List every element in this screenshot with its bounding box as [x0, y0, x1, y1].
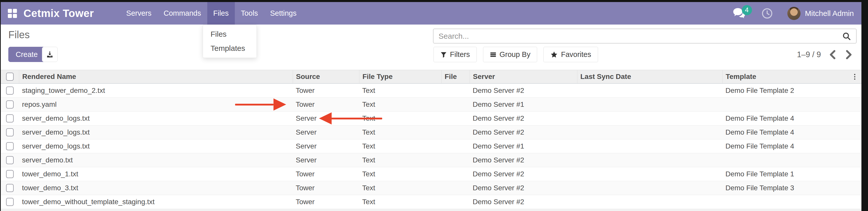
table-row[interactable]: server_demo_logs.txt Server Text Demo Se…	[1, 112, 861, 125]
dropdown-item-templates[interactable]: Templates	[203, 41, 256, 55]
cell-source: Server	[293, 125, 359, 139]
row-checkbox[interactable]	[6, 198, 14, 206]
app-brand[interactable]: Cetmix Tower	[24, 7, 94, 20]
cell-source: Tower	[293, 84, 359, 97]
user-avatar[interactable]	[787, 7, 801, 20]
cell-server: Demo Server #2	[470, 153, 577, 167]
bars-icon	[490, 51, 496, 58]
row-checkbox[interactable]	[6, 128, 14, 137]
column-header-file-type[interactable]: File Type	[359, 70, 441, 83]
menu-item-settings[interactable]: Settings	[264, 2, 303, 25]
cell-server: Demo Server #1	[470, 140, 577, 153]
row-checkbox[interactable]	[6, 170, 14, 178]
search-icon[interactable]	[842, 32, 851, 41]
cell-last-sync-date	[577, 112, 722, 125]
cell-source: Server	[293, 153, 359, 167]
control-panel: Files Create Filters	[1, 25, 861, 70]
group-by-button[interactable]: Group By	[483, 47, 537, 62]
row-checkbox[interactable]	[6, 142, 14, 150]
row-checkbox[interactable]	[6, 184, 14, 192]
pager-next-button[interactable]	[844, 49, 853, 60]
table-row[interactable]: tower_demo_1.txt Tower Text Demo Server …	[1, 167, 861, 181]
filters-button[interactable]: Filters	[433, 47, 477, 62]
cell-last-sync-date	[577, 167, 722, 181]
menu-item-files[interactable]: Files	[207, 2, 235, 25]
activities-button[interactable]	[762, 8, 773, 19]
select-all-checkbox[interactable]	[6, 72, 14, 81]
table-row[interactable]: staging_tower_demo_2.txt Tower Text Demo…	[1, 84, 861, 98]
funnel-icon	[440, 51, 447, 58]
pager: 1–9 / 9	[797, 47, 853, 62]
cell-file-type: Text	[359, 167, 441, 181]
row-checkbox[interactable]	[6, 87, 14, 95]
chevron-right-icon	[845, 50, 852, 59]
cell-file	[441, 112, 470, 125]
cell-server: Demo Server #2	[470, 125, 577, 139]
column-header-rendered-name[interactable]: Rendered Name	[19, 70, 293, 83]
page-title: Files	[8, 29, 30, 40]
row-checkbox[interactable]	[6, 114, 14, 122]
cell-template	[722, 98, 861, 111]
cell-file	[441, 98, 470, 111]
cell-server: Demo Server #2	[470, 167, 577, 181]
table-header-row: Rendered Name Source File Type File Serv…	[1, 70, 861, 84]
cell-server: Demo Server #2	[470, 195, 577, 209]
chevron-left-icon	[829, 50, 836, 59]
table-row[interactable]: server_demo.txt Server Text Demo Server …	[1, 153, 861, 167]
cell-template: Demo File Template 4	[722, 112, 861, 125]
apps-grid-icon[interactable]	[8, 9, 17, 18]
table-row[interactable]: tower_demo_without_template_staging.txt …	[1, 195, 861, 209]
table-body: staging_tower_demo_2.txt Tower Text Demo…	[1, 84, 861, 209]
cell-last-sync-date	[577, 195, 722, 209]
cell-file-type: Text	[359, 195, 441, 209]
cell-file-type: Text	[359, 181, 441, 195]
messages-button[interactable]: 4	[732, 7, 746, 20]
table-row[interactable]: tower_demo_3.txt Tower Text Demo Server …	[1, 181, 861, 195]
optional-columns-button[interactable]	[850, 70, 859, 84]
cell-last-sync-date	[577, 84, 722, 97]
row-select-cell	[1, 112, 19, 125]
user-menu[interactable]: Mitchell Admin	[805, 9, 854, 18]
row-select-cell	[1, 181, 19, 195]
window-right-edge	[861, 0, 868, 211]
column-header-server[interactable]: Server	[470, 70, 577, 83]
row-select-cell	[1, 167, 19, 181]
column-header-source[interactable]: Source	[293, 70, 359, 83]
cell-last-sync-date	[577, 140, 722, 153]
menu-item-servers[interactable]: Servers	[120, 2, 157, 25]
row-select-cell	[1, 125, 19, 139]
cell-template	[722, 195, 861, 209]
export-button[interactable]	[42, 47, 58, 62]
pager-previous-button[interactable]	[828, 49, 837, 60]
top-navbar: Cetmix Tower Servers Commands Files Tool…	[1, 2, 861, 25]
column-header-file[interactable]: File	[441, 70, 470, 83]
row-checkbox[interactable]	[6, 100, 14, 109]
cell-template	[722, 153, 861, 167]
column-header-template[interactable]: Template	[722, 70, 861, 83]
cell-file	[441, 153, 470, 167]
cell-source: Tower	[293, 181, 359, 195]
annotation-arrow-left-head	[319, 112, 332, 124]
cell-rendered-name: server_demo_logs.txt	[19, 125, 293, 139]
favorites-button[interactable]: Favorites	[544, 47, 598, 62]
dropdown-item-files[interactable]: Files	[203, 27, 256, 41]
table-row[interactable]: server_demo_logs.txt Server Text Demo Se…	[1, 140, 861, 153]
menu-item-commands[interactable]: Commands	[157, 2, 207, 25]
create-button[interactable]: Create	[8, 47, 45, 62]
menu-item-tools[interactable]: Tools	[235, 2, 264, 25]
table-row[interactable]: repos.yaml Tower Text Demo Server #1	[1, 98, 861, 112]
cell-file-type: Text	[359, 84, 441, 97]
row-select-cell	[1, 84, 19, 97]
cell-file-type: Text	[359, 140, 441, 153]
search-input[interactable]	[433, 32, 842, 40]
cell-source: Tower	[293, 98, 359, 111]
cell-template: Demo File Template 1	[722, 167, 861, 181]
column-header-last-sync-date[interactable]: Last Sync Date	[577, 70, 722, 83]
row-checkbox[interactable]	[6, 156, 14, 164]
table-footer-strip	[1, 209, 861, 211]
cell-file	[441, 195, 470, 209]
table-row[interactable]: server_demo_logs.txt Server Text Demo Se…	[1, 125, 861, 140]
row-select-cell	[1, 153, 19, 167]
app-window: Cetmix Tower Servers Commands Files Tool…	[0, 0, 868, 211]
cell-template: Demo File Template 4	[722, 125, 861, 139]
